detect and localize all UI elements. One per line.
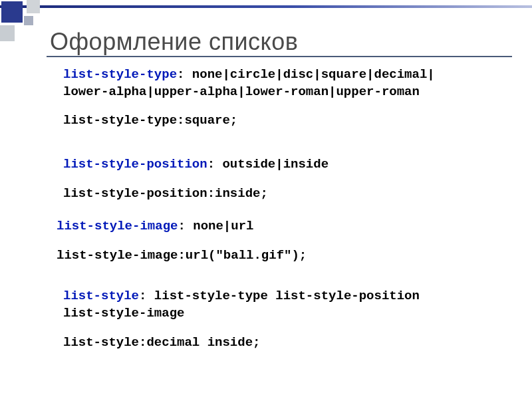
page-title: Оформление списков [50, 28, 505, 56]
syntax-line: list-style-type: none|circle|disc|square… [63, 66, 499, 84]
syntax-line: list-style-position: outside|inside [63, 156, 499, 174]
syntax-line: list-style-image: none|url [57, 218, 499, 235]
syntax-line-2: lower-alpha|upper-alpha|lower-roman|uppe… [63, 84, 499, 101]
title-block: Оформление списков [50, 28, 505, 56]
content-area: list-style-type: none|circle|disc|square… [57, 66, 499, 367]
property-values: : list-style-type list-style-position [139, 289, 420, 303]
property-name: list-style-position [63, 157, 207, 172]
property-values: : none|url [178, 219, 253, 233]
list-style-type-block: list-style-type: none|circle|disc|square… [57, 66, 499, 130]
list-style-shorthand-block: list-style: list-style-type list-style-p… [57, 288, 499, 351]
list-style-position-block: list-style-position: outside|inside list… [57, 156, 499, 202]
example-line: list-style-position:inside; [63, 186, 499, 203]
syntax-line: list-style: list-style-type list-style-p… [63, 288, 499, 305]
syntax-line-2: list-style-image [63, 305, 499, 323]
property-name: list-style-type [63, 67, 177, 82]
property-name: list-style [63, 289, 139, 303]
title-divider [47, 56, 512, 57]
property-values: : none|circle|disc|square|decimal| [177, 67, 435, 82]
example-line: list-style:decimal inside; [63, 334, 499, 352]
example-line: list-style-image:url("ball.gif"); [57, 247, 499, 265]
property-values: : outside|inside [207, 157, 329, 172]
property-name: list-style-image [57, 219, 178, 233]
list-style-image-block: list-style-image: none|url list-style-im… [57, 218, 499, 264]
example-line: list-style-type:square; [63, 112, 499, 130]
